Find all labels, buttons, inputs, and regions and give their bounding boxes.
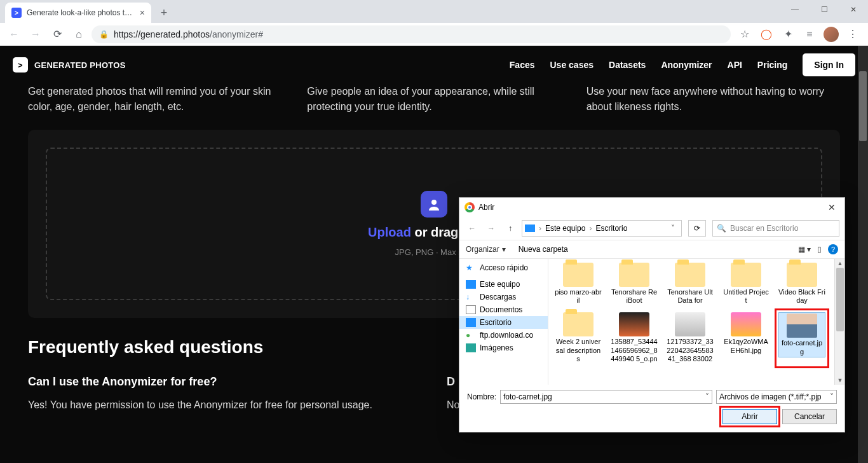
sidebar-quick-access[interactable]: ★Acceso rápido	[459, 261, 548, 274]
file-list[interactable]: piso marzo-abrilTenorshare ReiBootTenors…	[548, 259, 844, 385]
file-item[interactable]: Week 2 universal descriptions	[553, 311, 603, 366]
nav-api[interactable]: API	[728, 60, 742, 70]
bookmark-star-icon[interactable]: ☆	[737, 27, 752, 42]
upload-avatar-icon	[421, 191, 447, 218]
extensions-icon[interactable]: ✦	[780, 27, 796, 42]
nav-forward-button[interactable]: →	[27, 25, 44, 43]
profile-avatar[interactable]	[824, 27, 839, 42]
reading-list-icon[interactable]: ≡	[802, 27, 817, 42]
nav-home-button[interactable]: ⌂	[70, 25, 88, 43]
dialog-nav-back[interactable]: ←	[465, 221, 480, 236]
svg-point-0	[431, 200, 437, 205]
file-item[interactable]: Ek1qy2oWMAEH6hI.jpg	[721, 311, 771, 366]
file-item[interactable]: 135887_534441466596962_8449940 5_o.png	[609, 311, 659, 366]
nav-anonymizer[interactable]: Anonymizer	[661, 60, 712, 70]
nav-faces[interactable]: Faces	[510, 60, 535, 70]
dialog-sidebar: ★Acceso rápido Este equipo ↓Descargas Do…	[459, 259, 548, 385]
address-bar[interactable]: 🔒 https://generated.photos/anonymizer#	[92, 25, 731, 43]
feature-col-2: Give people an idea of your appearance, …	[307, 84, 560, 114]
chevron-down-icon[interactable]: ˅	[667, 224, 679, 233]
dialog-refresh-button[interactable]: ⟳	[688, 220, 706, 237]
browser-tab[interactable]: > Generate look-a-like photos to p ×	[5, 3, 151, 23]
brand-logo[interactable]: > GENERATED PHOTOS	[13, 57, 126, 73]
nav-back-button[interactable]: ←	[5, 25, 23, 43]
sidebar-ftp[interactable]: ●ftp.download.co	[459, 329, 548, 342]
new-folder-button[interactable]: Nueva carpeta	[519, 245, 568, 254]
lock-icon: 🔒	[99, 30, 109, 39]
dialog-nav-up[interactable]: ↑	[503, 221, 518, 236]
new-tab-button[interactable]: +	[155, 4, 173, 22]
chrome-menu-icon[interactable]: ⋮	[845, 27, 860, 42]
dialog-close-button[interactable]: ✕	[824, 202, 839, 212]
preview-pane-icon[interactable]: ▯	[817, 245, 822, 254]
window-maximize-icon[interactable]: ☐	[810, 0, 839, 19]
filename-label: Nombre:	[467, 392, 496, 401]
pc-icon	[525, 225, 535, 232]
tab-favicon: >	[11, 8, 22, 18]
sidebar-documents[interactable]: Documentos	[459, 303, 548, 316]
sidebar-this-pc[interactable]: Este equipo	[459, 278, 548, 291]
sidebar-images[interactable]: Imágenes	[459, 342, 548, 354]
window-close-icon[interactable]: ✕	[839, 0, 868, 19]
sidebar-desktop[interactable]: Escritorio	[459, 316, 548, 329]
file-open-dialog: Abrir ✕ ← → ↑ › Este equipo › Escritorio…	[459, 197, 845, 432]
feature-col-3: Use your new face anywhere without havin…	[587, 84, 840, 114]
help-icon[interactable]: ?	[828, 244, 838, 254]
file-item[interactable]: Tenorshare UltData for	[665, 261, 715, 306]
cancel-button[interactable]: Cancelar	[782, 409, 837, 424]
sign-in-button[interactable]: Sign In	[803, 53, 855, 76]
filename-input[interactable]: foto-carnet.jpg˅	[500, 390, 712, 404]
chrome-icon	[465, 202, 475, 212]
organize-menu[interactable]: Organizar▾	[466, 245, 506, 254]
tab-close-icon[interactable]: ×	[140, 8, 145, 18]
feature-col-1: Get generated photos that will remind yo…	[28, 84, 281, 114]
open-button[interactable]: Abrir	[722, 409, 777, 424]
dialog-scrollbar[interactable]: ▲▼	[834, 259, 844, 385]
tab-title: Generate look-a-like photos to p	[27, 8, 135, 17]
nav-reload-button[interactable]: ⟳	[48, 25, 66, 43]
sidebar-downloads[interactable]: ↓Descargas	[459, 291, 548, 303]
breadcrumb[interactable]: › Este equipo › Escritorio ˅	[522, 220, 682, 237]
file-item[interactable]: piso marzo-abril	[553, 261, 603, 306]
window-minimize-icon[interactable]: —	[780, 0, 810, 19]
faq-answer-1: Yes! You have permission to use the Anon…	[28, 397, 421, 413]
file-item[interactable]: 121793372_3322042364558341_368 83002153.…	[665, 311, 715, 366]
file-item[interactable]: Untitled Project	[721, 261, 771, 306]
dialog-title: Abrir	[478, 203, 820, 212]
view-mode-icon[interactable]: ▦ ▾	[798, 245, 811, 254]
filetype-filter[interactable]: Archivos de imagen (*.tiff;*.pjp˅	[716, 390, 837, 404]
dialog-search-input[interactable]: 🔍 Buscar en Escritorio	[712, 220, 839, 237]
dialog-nav-forward[interactable]: →	[484, 221, 499, 236]
faq-question-1: Can I use the Anonymizer for free?	[28, 375, 421, 389]
file-item[interactable]: Tenorshare ReiBoot	[609, 261, 659, 306]
search-icon: 🔍	[717, 224, 726, 233]
page-scrollbar[interactable]	[858, 46, 868, 463]
file-item[interactable]: foto-carnet.jpg	[777, 311, 827, 366]
nav-datasets[interactable]: Datasets	[609, 60, 646, 70]
nav-pricing[interactable]: Pricing	[757, 60, 787, 70]
file-item[interactable]: Video Black Friday	[777, 261, 827, 306]
nav-use-cases[interactable]: Use cases	[550, 60, 594, 70]
extension-brave-icon[interactable]: ◯	[759, 27, 774, 42]
